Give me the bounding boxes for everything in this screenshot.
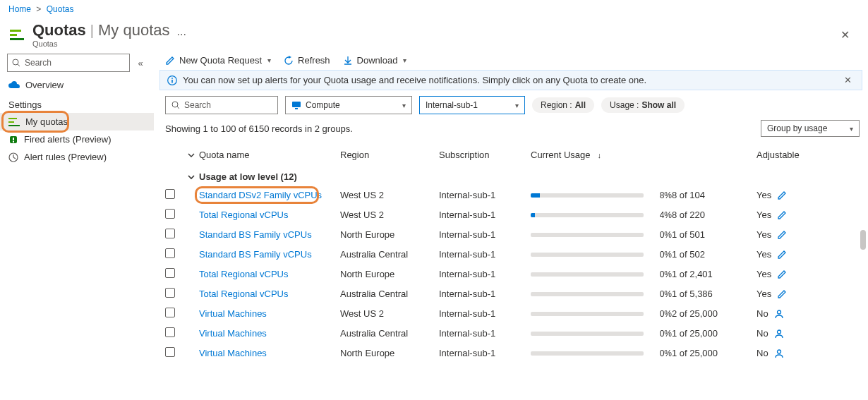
edit-icon[interactable] xyxy=(777,190,787,200)
compute-icon xyxy=(291,101,301,109)
row-checkbox[interactable] xyxy=(165,209,175,219)
page-header: Quotas | My quotas Quotas ··· ✕ xyxy=(0,18,868,51)
group-label: Usage at low level (12) xyxy=(199,171,297,182)
quota-link[interactable]: Standard DSv2 Family vCPUs xyxy=(199,190,322,200)
row-checkbox[interactable] xyxy=(165,268,175,278)
qty-cell: 1 of 25,000 xyxy=(672,328,757,339)
provider-dropdown[interactable]: Compute ▾ xyxy=(285,96,412,114)
svg-rect-7 xyxy=(8,125,20,126)
info-banner: You can now set up alerts for your Quota… xyxy=(159,70,862,90)
adjustable-cell: Yes xyxy=(757,210,771,220)
refresh-button[interactable]: Refresh xyxy=(284,55,330,66)
quota-link[interactable]: Virtual Machines xyxy=(199,348,267,358)
edit-icon[interactable] xyxy=(777,269,787,279)
sidebar: Search « Overview Settings My quotas Fir… xyxy=(0,51,154,400)
subscription-dropdown[interactable]: Internal-sub-1 ▾ xyxy=(419,96,525,114)
quota-link[interactable]: Virtual Machines xyxy=(199,328,267,339)
search-icon xyxy=(171,101,180,109)
quota-link[interactable]: Virtual Machines xyxy=(199,308,267,319)
breadcrumb-home[interactable]: Home xyxy=(8,4,31,14)
person-icon[interactable] xyxy=(774,309,784,319)
sidebar-item-alert-rules[interactable]: Alert rules (Preview) xyxy=(0,148,154,166)
usage-cell: 0% xyxy=(531,329,672,339)
usage-label: Usage : xyxy=(610,100,639,110)
person-icon[interactable] xyxy=(774,329,784,339)
sidebar-alert-rules-label: Alert rules (Preview) xyxy=(24,152,107,162)
person-icon[interactable] xyxy=(774,349,784,358)
more-actions[interactable]: ··· xyxy=(177,28,186,41)
download-button[interactable]: Download ▾ xyxy=(343,55,407,66)
close-button[interactable]: ✕ xyxy=(836,28,854,42)
toolbar: New Quota Request ▾ Refresh Download ▾ xyxy=(159,51,865,70)
table-row: Standard BS Family vCPUsAustralia Centra… xyxy=(165,244,854,264)
info-icon xyxy=(167,75,177,85)
region-cell: Australia Central xyxy=(340,328,439,339)
region-cell: North Europe xyxy=(340,229,439,240)
svg-rect-5 xyxy=(8,118,17,119)
region-cell: Australia Central xyxy=(340,289,439,299)
page-title: Quotas xyxy=(32,21,86,40)
quota-link[interactable]: Standard BS Family vCPUs xyxy=(199,229,312,240)
usage-cell: 0% xyxy=(531,269,672,279)
usage-cell: 0% xyxy=(531,289,672,299)
quota-link[interactable]: Total Regional vCPUs xyxy=(199,289,288,299)
col-usage[interactable]: Current Usage↓ xyxy=(531,150,672,160)
quota-link[interactable]: Total Regional vCPUs xyxy=(199,269,288,279)
region-label: Region : xyxy=(541,100,572,110)
edit-icon[interactable] xyxy=(777,210,787,220)
usage-cell: 0% xyxy=(531,230,672,240)
svg-line-4 xyxy=(18,64,20,66)
table-row: Virtual MachinesAustralia CentralInterna… xyxy=(165,323,854,343)
breadcrumb: Home > Quotas xyxy=(0,0,868,18)
sidebar-item-fired-alerts[interactable]: Fired alerts (Preview) xyxy=(0,131,154,148)
svg-line-13 xyxy=(13,157,16,159)
row-checkbox[interactable] xyxy=(165,347,175,357)
col-adjustable[interactable]: Adjustable xyxy=(757,150,820,160)
col-quota-name[interactable]: Quota name xyxy=(199,150,340,160)
group-row[interactable]: Usage at low level (12) xyxy=(165,164,854,185)
records-row: Showing 1 to 100 of 6150 records in 2 gr… xyxy=(159,119,865,137)
breadcrumb-sep: > xyxy=(36,4,41,14)
col-subscription[interactable]: Subscription xyxy=(439,150,531,160)
col-region[interactable]: Region xyxy=(340,150,439,160)
usage-cell: 0% xyxy=(531,349,672,358)
quota-link[interactable]: Total Regional vCPUs xyxy=(199,210,288,220)
collapse-sidebar-button[interactable]: « xyxy=(134,56,147,69)
sidebar-search[interactable]: Search xyxy=(7,54,130,72)
row-checkbox[interactable] xyxy=(165,288,175,298)
row-checkbox[interactable] xyxy=(165,189,175,199)
row-checkbox[interactable] xyxy=(165,229,175,238)
sidebar-item-my-quotas[interactable]: My quotas xyxy=(0,113,154,131)
svg-point-3 xyxy=(13,59,18,65)
edit-icon[interactable] xyxy=(777,250,787,260)
edit-icon[interactable] xyxy=(777,230,787,240)
scrollbar[interactable] xyxy=(860,206,867,400)
svg-point-22 xyxy=(777,330,780,334)
sidebar-item-overview[interactable]: Overview xyxy=(0,76,154,94)
breadcrumb-current[interactable]: Quotas xyxy=(47,4,74,14)
info-text: You can now set up alerts for your Quota… xyxy=(183,75,646,85)
region-filter[interactable]: Region : All xyxy=(532,97,594,113)
table-search[interactable]: Search xyxy=(165,96,278,114)
usage-filter[interactable]: Usage : Show all xyxy=(601,97,685,113)
row-checkbox[interactable] xyxy=(165,308,175,317)
quota-table: Quota name Region Subscription Current U… xyxy=(159,145,865,363)
page-caption: Quotas xyxy=(32,40,170,48)
table-row: Total Regional vCPUsWest US 2Internal-su… xyxy=(165,205,854,224)
table-row: Standard BS Family vCPUsNorth EuropeInte… xyxy=(165,224,854,244)
new-quota-request-button[interactable]: New Quota Request ▾ xyxy=(165,55,271,66)
row-checkbox[interactable] xyxy=(165,248,175,258)
row-checkbox[interactable] xyxy=(165,327,175,337)
expand-all[interactable] xyxy=(183,152,199,159)
subscription-cell: Internal-sub-1 xyxy=(439,289,531,299)
quota-link[interactable]: Standard BS Family vCPUs xyxy=(199,249,312,260)
bars-icon xyxy=(8,118,20,126)
region-cell: North Europe xyxy=(340,269,439,279)
table-row: Virtual MachinesNorth EuropeInternal-sub… xyxy=(165,343,854,363)
edit-icon[interactable] xyxy=(777,289,787,299)
dismiss-banner[interactable]: ✕ xyxy=(841,75,855,85)
svg-point-21 xyxy=(777,310,780,314)
subscription-cell: Internal-sub-1 xyxy=(439,308,531,319)
groupby-dropdown[interactable]: Group by usage ▾ xyxy=(761,120,860,137)
scrollbar-thumb[interactable] xyxy=(860,230,866,250)
